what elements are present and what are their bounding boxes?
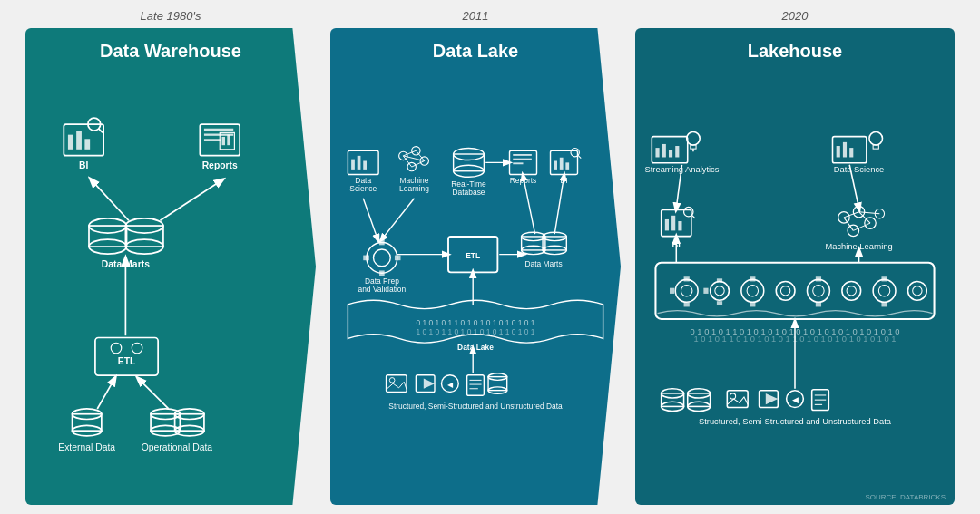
svg-rect-67 <box>513 159 532 160</box>
svg-line-96 <box>524 176 535 234</box>
etl-icon-dl: ETL <box>448 237 497 272</box>
svg-rect-93 <box>543 237 566 250</box>
svg-point-176 <box>842 281 861 300</box>
svg-text:1 0 1 0 1 1 0 1 0 1 0 1 0 1 1 : 1 0 1 0 1 1 0 1 0 1 0 1 0 1 1 0 1 0 1 <box>416 327 534 336</box>
svg-rect-18 <box>89 226 127 247</box>
svg-line-118 <box>382 199 415 239</box>
svg-point-104 <box>389 378 395 383</box>
bi-icon-lh: BI <box>662 207 695 249</box>
svg-text:Data Marts: Data Marts <box>524 259 562 268</box>
svg-marker-106 <box>424 379 435 389</box>
panel-title-lh: Lakehouse <box>748 41 842 62</box>
svg-point-157 <box>681 286 691 296</box>
svg-line-15 <box>92 180 128 220</box>
svg-point-179 <box>878 286 889 296</box>
svg-text:Machine Learning: Machine Learning <box>825 242 892 251</box>
svg-point-171 <box>780 286 789 296</box>
lh-diagram: Streaming Analytics Data Science <box>644 71 946 496</box>
svg-rect-81 <box>363 256 369 261</box>
svg-text:◀: ◀ <box>792 395 799 404</box>
svg-line-117 <box>363 199 377 239</box>
svg-text:Data Science: Data Science <box>834 165 884 174</box>
svg-rect-165 <box>717 301 722 305</box>
svg-rect-1 <box>68 135 74 150</box>
reports-icon-dl: Reports <box>510 150 537 185</box>
bi-icon: BI <box>64 118 103 170</box>
svg-text:Database: Database <box>452 188 485 197</box>
svg-rect-43 <box>351 160 355 170</box>
panel-title-dl: Data Lake <box>433 41 519 62</box>
svg-rect-10 <box>204 139 220 141</box>
svg-text:Structured, Semi-Structured an: Structured, Semi-Structured and Unstruct… <box>388 402 563 411</box>
data-lake-area: 0 1 0 1 0 1 1 0 1 0 1 0 1 0 1 0 1 0 1 1 … <box>348 300 603 351</box>
svg-rect-82 <box>395 256 401 261</box>
data-science-icon-lh: Data Science <box>833 131 885 174</box>
panel-body-dw: Data Warehouse BI <box>25 28 316 505</box>
source-data-icons: ◀ Structured, Semi-Structured and Unstru… <box>387 373 563 411</box>
svg-line-97 <box>554 176 564 234</box>
svg-point-178 <box>873 279 896 302</box>
svg-point-77 <box>367 243 397 274</box>
svg-rect-123 <box>675 146 679 157</box>
svg-rect-193 <box>688 393 710 407</box>
svg-rect-129 <box>837 146 840 157</box>
svg-rect-71 <box>554 161 557 170</box>
svg-point-167 <box>747 286 758 296</box>
svg-text:Learning: Learning <box>399 184 429 193</box>
svg-rect-136 <box>665 219 669 230</box>
panel-body-dl: Data Lake Data Scie <box>330 28 621 505</box>
svg-rect-160 <box>670 288 674 294</box>
svg-point-162 <box>710 281 730 300</box>
svg-rect-169 <box>750 302 755 306</box>
era-panel-dw: Late 1980's Data Warehouse BI <box>18 9 323 505</box>
source-data-icons-lh: ◀ Structured, Semi-Structured and Unstru… <box>662 389 892 426</box>
svg-text:Reports: Reports <box>202 160 238 170</box>
svg-line-16 <box>160 180 220 220</box>
svg-point-163 <box>715 286 724 296</box>
svg-rect-2 <box>76 131 82 150</box>
operational-data-icon: Operational Data <box>142 409 213 452</box>
reports-icon-dw: Reports <box>200 124 240 170</box>
svg-rect-103 <box>387 375 407 393</box>
era-panel-lh: 2020 Lakehouse <box>628 9 962 505</box>
era-label-lh: 2020 <box>635 9 955 23</box>
svg-point-172 <box>807 279 829 302</box>
svg-text:◀: ◀ <box>447 380 454 389</box>
svg-rect-45 <box>363 161 367 170</box>
svg-rect-138 <box>678 221 681 230</box>
svg-point-170 <box>776 281 795 300</box>
svg-text:Structured, Semi-Structured an: Structured, Semi-Structured and Unstruct… <box>699 417 892 426</box>
etl-icon-dw: ETL <box>95 338 158 376</box>
svg-point-156 <box>675 279 698 302</box>
svg-text:and Validation: and Validation <box>358 285 406 294</box>
svg-rect-131 <box>849 148 853 157</box>
diagram-wrapper: Late 1980's Data Warehouse BI <box>0 0 980 514</box>
svg-point-177 <box>847 286 856 296</box>
data-marts-icon-dl: Data Marts <box>522 232 567 268</box>
svg-rect-121 <box>662 144 666 158</box>
source-label: SOURCE: DATABRICKS <box>865 493 946 501</box>
svg-point-27 <box>132 343 142 354</box>
svg-line-41 <box>139 380 168 409</box>
dl-diagram: Data Science Machine <box>339 71 612 496</box>
svg-text:ETL: ETL <box>118 357 136 367</box>
svg-rect-30 <box>73 414 102 431</box>
svg-rect-72 <box>560 158 564 170</box>
panel-body-lh: Lakehouse <box>635 28 955 505</box>
data-prep-icon: Data Prep and Validation <box>358 239 406 294</box>
svg-text:Science: Science <box>349 184 377 193</box>
main-container: Late 1980's Data Warehouse BI <box>0 0 980 514</box>
svg-line-40 <box>97 380 113 409</box>
svg-point-26 <box>111 343 122 354</box>
svg-rect-180 <box>881 276 887 281</box>
svg-rect-168 <box>750 276 755 281</box>
svg-rect-73 <box>565 162 569 170</box>
svg-rect-12 <box>222 137 225 145</box>
svg-rect-174 <box>816 276 821 281</box>
svg-rect-79 <box>379 239 385 246</box>
svg-rect-190 <box>662 393 684 407</box>
external-data-icon: External Data <box>58 409 115 452</box>
svg-rect-3 <box>84 139 90 150</box>
svg-point-166 <box>741 279 764 302</box>
svg-rect-66 <box>513 154 532 156</box>
